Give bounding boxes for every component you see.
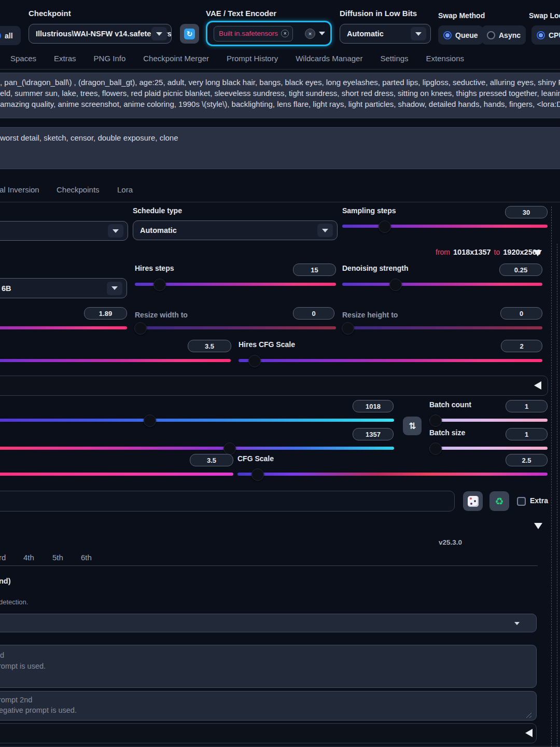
- detailer-tab-5th[interactable]: 5th: [52, 553, 63, 562]
- tab-wildcards-manager[interactable]: Wildcards Manager: [296, 54, 362, 63]
- collapsed-section[interactable]: [0, 723, 537, 743]
- batch-count-slider-handle[interactable]: [429, 414, 442, 427]
- hires-cfg-input[interactable]: 2: [501, 340, 542, 352]
- random-seed-button[interactable]: [463, 491, 483, 511]
- tab-lora[interactable]: Lora: [117, 185, 133, 194]
- tab-extras[interactable]: Extras: [54, 54, 76, 63]
- width-input[interactable]: 1018: [353, 400, 394, 412]
- tab-png-info[interactable]: PNG Info: [94, 54, 126, 63]
- tab-prompt-history[interactable]: Prompt History: [227, 54, 278, 63]
- height-slider-handle[interactable]: [223, 442, 236, 455]
- expand-section-icon[interactable]: [525, 729, 533, 737]
- detailer-tab-6th[interactable]: 6th: [81, 553, 92, 562]
- batch-count-label: Batch count: [429, 400, 471, 409]
- batch-size-slider-handle[interactable]: [429, 442, 442, 455]
- image-cfg-input[interactable]: 3.5: [188, 340, 231, 352]
- chevron-down-icon[interactable]: [411, 27, 426, 40]
- cfg-scale-slider-handle[interactable]: [251, 468, 264, 481]
- width-slider-track[interactable]: [0, 419, 394, 422]
- batch-size-input[interactable]: 1: [506, 428, 548, 440]
- tab-settings[interactable]: Settings: [380, 54, 408, 63]
- cfg-scale-slider-track[interactable]: [237, 473, 548, 476]
- chevron-down-icon[interactable]: [107, 282, 122, 295]
- image-cfg-slider-track[interactable]: [0, 359, 231, 362]
- expand-section-icon[interactable]: [534, 381, 541, 390]
- negative-prompt-textarea[interactable]: worst detail, sketch, censor, double exp…: [0, 127, 560, 169]
- resize-width-input[interactable]: 0: [293, 307, 334, 320]
- sampling-steps-input[interactable]: 30: [505, 206, 548, 218]
- chevron-down-icon[interactable]: [108, 224, 123, 238]
- chevron-down-icon[interactable]: [319, 32, 325, 35]
- collapsed-section[interactable]: [0, 376, 548, 396]
- height-slider-track[interactable]: [0, 447, 394, 450]
- tab-spaces[interactable]: Spaces: [10, 54, 36, 63]
- upscale-by-slider-track[interactable]: [0, 326, 127, 329]
- upscale-by-input[interactable]: 1.89: [84, 307, 127, 320]
- batch-count-input[interactable]: 1: [506, 400, 548, 412]
- tab-extensions[interactable]: Extensions: [426, 54, 464, 63]
- checkpoint-dropdown[interactable]: Illustrious\WAI-NSFW v14.safetensors: [29, 24, 172, 44]
- negative-prompt-line-1: worst detail, sketch, censor, double exp…: [0, 133, 178, 142]
- clear-vae-icon[interactable]: ×: [305, 29, 315, 39]
- hires-cfg-slider-handle[interactable]: [248, 355, 261, 367]
- tab-checkpoint-merger[interactable]: Checkpoint Merger: [143, 54, 209, 63]
- guidance-rescale-input[interactable]: 3.5: [190, 454, 233, 466]
- batch-count-slider-track[interactable]: [429, 419, 548, 422]
- resize-width-slider-track[interactable]: [135, 326, 336, 329]
- width-slider-handle[interactable]: [144, 414, 156, 427]
- sampling-steps-slider-track[interactable]: [342, 225, 548, 228]
- panel-resize-gutter[interactable]: [551, 206, 552, 747]
- swap-dimensions-button[interactable]: ⇅: [403, 417, 422, 435]
- radio-unselected-icon: [487, 31, 495, 39]
- refresh-checkpoint-button[interactable]: ↻: [180, 24, 199, 44]
- guidance-rescale-slider-track[interactable]: [0, 473, 233, 476]
- prompt-line-2: eld, summer sun, lake, trees, flowers, r…: [0, 89, 560, 98]
- upscaler-dropdown[interactable]: 6B: [0, 278, 127, 298]
- prompt-textarea[interactable]: , pan_(\dragon_ball\) , (dragon_ball_gt)…: [0, 73, 560, 118]
- chevron-down-icon[interactable]: [151, 27, 167, 40]
- detailer-tab-3rd[interactable]: rd: [0, 553, 6, 562]
- denoising-strength-slider-track[interactable]: [342, 283, 542, 286]
- resize-height-slider-handle[interactable]: [342, 322, 354, 335]
- divider: [0, 565, 538, 566]
- prompt-line-3: amazing quality, anime screenshot, anime…: [0, 100, 560, 108]
- swap-location-cpu-option[interactable]: CPU: [531, 25, 560, 45]
- chevron-down-icon[interactable]: [317, 224, 333, 237]
- reuse-seed-button[interactable]: ♻: [489, 491, 509, 511]
- low-bits-value: Automatic: [340, 30, 384, 38]
- resize-height-input[interactable]: 0: [500, 307, 542, 320]
- hires-steps-slider-handle[interactable]: [153, 279, 166, 291]
- tab-checkpoints[interactable]: Checkpoints: [57, 185, 100, 194]
- swap-method-async-option[interactable]: Async: [482, 25, 526, 45]
- resize-height-slider-track[interactable]: [342, 326, 542, 329]
- chip-close-icon[interactable]: ×: [281, 30, 289, 37]
- sampler-dropdown[interactable]: [0, 221, 128, 241]
- detailer-prompt-textarea[interactable]: [0, 645, 537, 688]
- chevron-down-icon[interactable]: [514, 622, 520, 625]
- batch-size-slider-track[interactable]: [429, 447, 548, 450]
- seed-input[interactable]: [0, 491, 455, 511]
- resize-width-slider-handle[interactable]: [134, 322, 147, 335]
- hires-cfg-slider-track[interactable]: [239, 359, 542, 362]
- model-filter-all-toggle[interactable]: all: [0, 26, 21, 45]
- collapse-hires-icon[interactable]: [534, 250, 542, 256]
- vae-dropdown[interactable]: Built in.safetensors × ×: [206, 21, 332, 46]
- tab-textual-inversion[interactable]: al Inversion: [0, 185, 39, 194]
- detailer-tab-4th[interactable]: 4th: [23, 553, 34, 562]
- detailer-model-dropdown[interactable]: [0, 614, 537, 632]
- vae-selected-chip[interactable]: Built in.safetensors ×: [214, 26, 293, 42]
- panel-resize-gutter[interactable]: [557, 244, 557, 747]
- height-input[interactable]: 1357: [353, 428, 394, 440]
- schedule-type-dropdown[interactable]: Automatic: [133, 220, 338, 240]
- denoising-strength-input[interactable]: 0.25: [499, 264, 542, 276]
- main-nav: Spaces Extras PNG Info Checkpoint Merger…: [10, 54, 464, 63]
- hires-steps-input[interactable]: 15: [293, 264, 336, 276]
- sampling-steps-slider-handle[interactable]: [379, 220, 391, 233]
- extra-seed-checkbox[interactable]: [517, 497, 526, 506]
- swap-method-queue-option[interactable]: Queue: [438, 25, 483, 45]
- collapse-section-icon[interactable]: [534, 523, 542, 529]
- cfg-scale-input[interactable]: 2.5: [506, 454, 548, 466]
- denoising-strength-slider-handle[interactable]: [389, 279, 402, 291]
- detailer-negative-prompt-textarea[interactable]: [0, 691, 537, 721]
- low-bits-dropdown[interactable]: Automatic: [340, 24, 431, 44]
